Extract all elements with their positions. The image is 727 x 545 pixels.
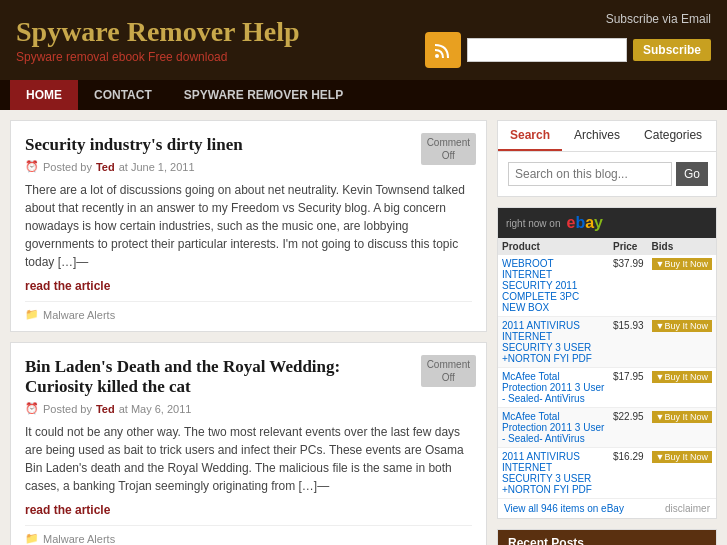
sidebar: Search Archives Categories Go right now …: [497, 120, 717, 545]
svg-point-0: [435, 54, 439, 58]
tab-categories[interactable]: Categories: [632, 121, 714, 151]
folder-icon-1: 📁: [25, 308, 39, 321]
sidebar-tabs: Search Archives Categories: [498, 121, 716, 152]
subscribe-row: Subscribe: [425, 32, 711, 68]
post-2-category-name: Malware Alerts: [43, 533, 115, 545]
search-body: Go: [498, 152, 716, 196]
ebay-product[interactable]: WEBROOT INTERNET SECURITY 2011 COMPLETE …: [498, 255, 609, 317]
comment-badge-1: Comment Off: [421, 133, 476, 165]
ebay-row: 2011 ANTIVIRUS INTERNET SECURITY 3 USER …: [498, 448, 716, 499]
site-tagline: Spyware removal ebook Free download: [16, 50, 300, 64]
nav-home[interactable]: HOME: [10, 80, 78, 110]
comment-badge-2: Comment Off: [421, 355, 476, 387]
nav-bar: HOME CONTACT SPYWARE REMOVER HELP: [0, 80, 727, 110]
ebay-logo: ebay: [566, 214, 603, 232]
post-2-posted: Posted by: [43, 403, 92, 415]
post-2-title[interactable]: Bin Laden's Death and the Royal Wedding:…: [25, 357, 472, 397]
post-2-category: 📁 Malware Alerts: [25, 525, 472, 545]
page-header: Spyware Remover Help Spyware removal ebo…: [0, 0, 727, 80]
post-1-meta: ⏰ Posted by Ted at June 1, 2011: [25, 160, 472, 173]
nav-spyware-remover-help[interactable]: SPYWARE REMOVER HELP: [168, 80, 359, 110]
ebay-buy-now[interactable]: ▼Buy It Now: [648, 255, 716, 317]
ebay-product[interactable]: 2011 ANTIVIRUS INTERNET SECURITY 3 USER …: [498, 317, 609, 368]
ebay-buy-now[interactable]: ▼Buy It Now: [648, 448, 716, 499]
ebay-table: Product Price Bids WEBROOT INTERNET SECU…: [498, 238, 716, 499]
ebay-col-product: Product: [498, 238, 609, 255]
post-1-author: Ted: [96, 161, 115, 173]
post-1-at: at June 1, 2011: [119, 161, 195, 173]
nav-contact[interactable]: CONTACT: [78, 80, 168, 110]
ebay-buy-now[interactable]: ▼Buy It Now: [648, 368, 716, 408]
ebay-col-price: Price: [609, 238, 648, 255]
ebay-price: $37.99: [609, 255, 648, 317]
post-2-body: It could not be any other way. The two m…: [25, 423, 472, 495]
ebay-buy-now[interactable]: ▼Buy It Now: [648, 408, 716, 448]
go-button[interactable]: Go: [676, 162, 708, 186]
ebay-buy-now[interactable]: ▼Buy It Now: [648, 317, 716, 368]
sidebar-search-input[interactable]: [508, 162, 672, 186]
clock-icon-2: ⏰: [25, 402, 39, 415]
ebay-product[interactable]: McAfee Total Protection 2011 3 User - Se…: [498, 408, 609, 448]
subscribe-button[interactable]: Subscribe: [633, 39, 711, 61]
post-1-category: 📁 Malware Alerts: [25, 301, 472, 321]
folder-icon-2: 📁: [25, 532, 39, 545]
post-1-category-name: Malware Alerts: [43, 309, 115, 321]
post-2-meta: ⏰ Posted by Ted at May 6, 2011: [25, 402, 472, 415]
ebay-box: right now on ebay Product Price Bids WEB…: [497, 207, 717, 519]
content-area: Comment Off Security industry's dirty li…: [10, 120, 487, 545]
post-2-author: Ted: [96, 403, 115, 415]
ebay-header: right now on ebay: [498, 208, 716, 238]
search-box: Search Archives Categories Go: [497, 120, 717, 197]
post-1-title[interactable]: Security industry's dirty linen: [25, 135, 472, 155]
site-title: Spyware Remover Help: [16, 16, 300, 48]
ebay-view-all[interactable]: View all 946 items on eBay: [504, 503, 624, 514]
ebay-price: $15.93: [609, 317, 648, 368]
subscribe-label: Subscribe via Email: [606, 12, 711, 26]
clock-icon-1: ⏰: [25, 160, 39, 173]
main-layout: Comment Off Security industry's dirty li…: [0, 110, 727, 545]
tab-search[interactable]: Search: [498, 121, 562, 151]
ebay-row: McAfee Total Protection 2011 3 User - Se…: [498, 368, 716, 408]
ebay-product[interactable]: 2011 ANTIVIRUS INTERNET SECURITY 3 USER …: [498, 448, 609, 499]
post-2: Comment Off Bin Laden's Death and the Ro…: [10, 342, 487, 545]
ebay-row: McAfee Total Protection 2011 3 User - Se…: [498, 408, 716, 448]
comment-status-2: Off: [427, 371, 470, 384]
comment-label-1: Comment: [427, 136, 470, 149]
ebay-row: WEBROOT INTERNET SECURITY 2011 COMPLETE …: [498, 255, 716, 317]
ebay-product[interactable]: McAfee Total Protection 2011 3 User - Se…: [498, 368, 609, 408]
ebay-price: $22.95: [609, 408, 648, 448]
comment-label-2: Comment: [427, 358, 470, 371]
post-2-read-more[interactable]: read the article: [25, 503, 472, 517]
post-1-body: There are a lot of discussions going on …: [25, 181, 472, 271]
ebay-disclaimer: disclaimer: [665, 503, 710, 514]
recent-posts-box: Recent Posts ›Security industry's dirty …: [497, 529, 717, 545]
header-subscribe: Subscribe via Email Subscribe: [425, 12, 711, 68]
ebay-price: $17.95: [609, 368, 648, 408]
post-2-at: at May 6, 2011: [119, 403, 192, 415]
ebay-col-bids: Bids: [648, 238, 716, 255]
ebay-row: 2011 ANTIVIRUS INTERNET SECURITY 3 USER …: [498, 317, 716, 368]
header-branding: Spyware Remover Help Spyware removal ebo…: [16, 16, 300, 64]
ebay-header-text: right now on: [506, 218, 560, 229]
ebay-price: $16.29: [609, 448, 648, 499]
comment-status-1: Off: [427, 149, 470, 162]
post-1-posted: Posted by: [43, 161, 92, 173]
email-field[interactable]: [467, 38, 627, 62]
rss-icon: [425, 32, 461, 68]
ebay-footer: View all 946 items on eBay disclaimer: [498, 499, 716, 518]
post-1: Comment Off Security industry's dirty li…: [10, 120, 487, 332]
post-1-read-more[interactable]: read the article: [25, 279, 472, 293]
tab-archives[interactable]: Archives: [562, 121, 632, 151]
recent-posts-header: Recent Posts: [498, 530, 716, 545]
